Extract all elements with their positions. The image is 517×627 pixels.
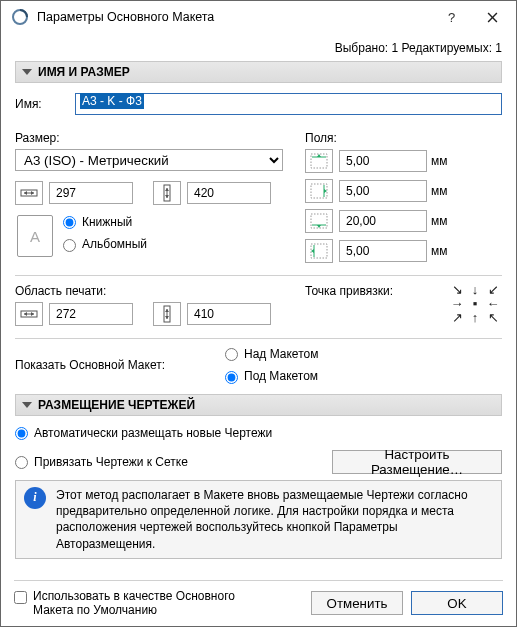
margin-top-icon <box>305 149 333 173</box>
margin-top-field[interactable]: 5,00 <box>339 150 427 172</box>
svg-text:?: ? <box>448 11 455 23</box>
over-layout-radio[interactable]: Над Макетом <box>225 347 318 361</box>
anchor-label: Точка привязки: <box>305 284 448 298</box>
configure-placement-button[interactable]: Настроить Размещение… <box>332 450 502 474</box>
svg-marker-27 <box>24 312 27 316</box>
print-width-field[interactable]: 272 <box>49 303 133 325</box>
ok-button[interactable]: OK <box>411 591 503 615</box>
name-value: A3 - K - Ф3 <box>80 93 144 109</box>
status-text: Выбрано: 1 Редактируемых: 1 <box>15 41 502 55</box>
info-text: Этот метод располагает в Макете вновь ра… <box>56 487 493 552</box>
cancel-button[interactable]: Отменить <box>311 591 403 615</box>
collapse-icon <box>22 67 32 77</box>
svg-marker-31 <box>165 309 169 312</box>
margin-bottom-icon <box>305 209 333 233</box>
svg-marker-11 <box>165 188 169 191</box>
margin-bottom-field[interactable]: 20,00 <box>339 210 427 232</box>
close-button[interactable] <box>472 3 512 31</box>
anchor-picker[interactable]: ↘↓↙ →▪← ↗↑↖ <box>448 282 502 324</box>
margin-right-icon <box>305 179 333 203</box>
svg-marker-32 <box>165 316 169 319</box>
info-icon: i <box>24 487 46 509</box>
landscape-radio[interactable]: Альбомный <box>63 237 147 251</box>
print-height-icon <box>153 302 181 326</box>
unit-label: мм <box>431 154 457 168</box>
size-label: Размер: <box>15 131 305 145</box>
svg-marker-28 <box>31 312 34 316</box>
width-field[interactable]: 297 <box>49 182 133 204</box>
section-placement[interactable]: РАЗМЕЩЕНИЕ ЧЕРТЕЖЕЙ <box>15 394 502 416</box>
under-layout-radio[interactable]: Под Макетом <box>225 369 318 383</box>
auto-place-radio[interactable]: Автоматически размещать новые Чертежи <box>15 426 502 440</box>
name-label: Имя: <box>15 97 75 111</box>
svg-marker-12 <box>165 195 169 198</box>
margin-left-field[interactable]: 5,00 <box>339 240 427 262</box>
show-master-label: Показать Основной Макет: <box>15 358 225 372</box>
margin-left-icon <box>305 239 333 263</box>
width-icon <box>15 181 43 205</box>
name-field[interactable]: A3 - K - Ф3 <box>75 93 502 115</box>
window-title: Параметры Основного Макета <box>37 10 432 24</box>
section-placement-label: РАЗМЕЩЕНИЕ ЧЕРТЕЖЕЙ <box>38 398 195 412</box>
print-height-field[interactable]: 410 <box>187 303 271 325</box>
help-button[interactable]: ? <box>432 3 472 31</box>
page-orientation-icon: A <box>17 215 53 257</box>
height-field[interactable]: 420 <box>187 182 271 204</box>
margins-label: Поля: <box>305 131 502 145</box>
info-panel: i Этот метод располагает в Макете вновь … <box>15 480 502 559</box>
collapse-icon <box>22 400 32 410</box>
portrait-radio[interactable]: Книжный <box>63 215 147 229</box>
size-preset-select[interactable]: A3 (ISO) - Метрический <box>15 149 283 171</box>
app-icon <box>11 8 29 26</box>
svg-marker-4 <box>22 69 32 75</box>
svg-marker-7 <box>24 191 27 195</box>
section-name-size[interactable]: ИМЯ И РАЗМЕР <box>15 61 502 83</box>
section-name-size-label: ИМЯ И РАЗМЕР <box>38 65 130 79</box>
grid-place-radio[interactable]: Привязать Чертежи к Сетке <box>15 455 188 469</box>
svg-marker-33 <box>22 402 32 408</box>
margin-right-field[interactable]: 5,00 <box>339 180 427 202</box>
height-icon <box>153 181 181 205</box>
print-width-icon <box>15 302 43 326</box>
svg-marker-8 <box>31 191 34 195</box>
print-area-label: Область печати: <box>15 284 305 298</box>
use-default-checkbox[interactable]: Использовать в качестве Основного Макета… <box>14 589 274 617</box>
